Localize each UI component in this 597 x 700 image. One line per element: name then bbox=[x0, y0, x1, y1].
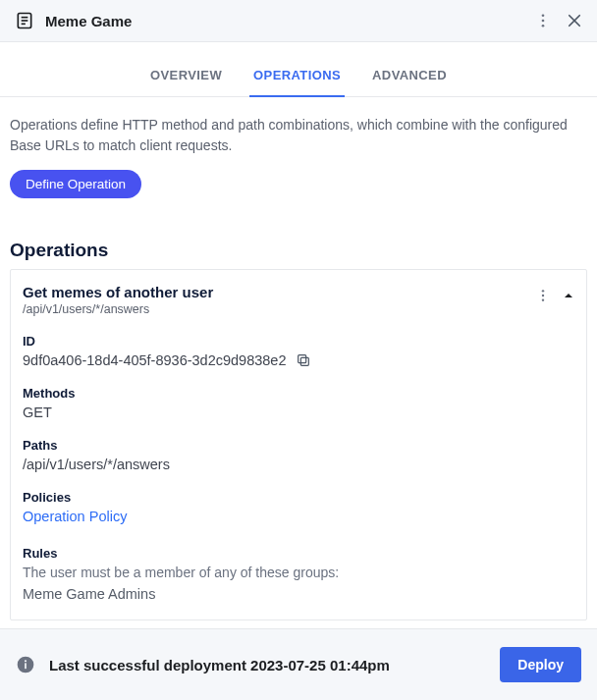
deployment-footer: Last successful deployment 2023-07-25 01… bbox=[0, 628, 597, 700]
collapse-icon[interactable] bbox=[563, 290, 574, 301]
page-title: Meme Game bbox=[45, 13, 132, 29]
paths-value: /api/v1/users/*/answers bbox=[23, 457, 574, 472]
operation-route: /api/v1/users/*/answers bbox=[23, 302, 213, 316]
define-operation-button[interactable]: Define Operation bbox=[10, 170, 141, 198]
copy-icon[interactable] bbox=[296, 352, 311, 368]
policies-label: Policies bbox=[23, 490, 574, 505]
id-label: ID bbox=[23, 334, 574, 349]
deploy-button[interactable]: Deploy bbox=[500, 647, 581, 682]
svg-point-10 bbox=[542, 295, 544, 296]
deployment-status: Last successful deployment 2023-07-25 01… bbox=[49, 657, 390, 673]
svg-point-4 bbox=[542, 14, 545, 17]
svg-rect-15 bbox=[25, 663, 27, 669]
main-content: Operations define HTTP method and path c… bbox=[0, 97, 597, 620]
document-icon bbox=[14, 10, 35, 31]
svg-point-6 bbox=[542, 25, 545, 27]
operation-card: Get memes of another user /api/v1/users/… bbox=[10, 269, 587, 620]
tab-advanced[interactable]: ADVANCED bbox=[368, 60, 451, 96]
panel-header: Meme Game bbox=[0, 0, 597, 42]
svg-point-11 bbox=[542, 298, 544, 300]
operation-title-block: Get memes of another user /api/v1/users/… bbox=[23, 284, 213, 316]
svg-point-5 bbox=[542, 20, 545, 23]
operation-title: Get memes of another user bbox=[23, 284, 213, 300]
paths-label: Paths bbox=[23, 438, 574, 453]
tab-overview[interactable]: OVERVIEW bbox=[146, 60, 226, 96]
operation-card-header: Get memes of another user /api/v1/users/… bbox=[23, 284, 574, 316]
kebab-menu-icon[interactable] bbox=[534, 12, 552, 29]
svg-rect-12 bbox=[301, 357, 309, 365]
kebab-menu-icon[interactable] bbox=[535, 288, 551, 303]
rules-label: Rules bbox=[23, 546, 574, 561]
methods-value: GET bbox=[23, 404, 574, 420]
tab-bar: OVERVIEW OPERATIONS ADVANCED bbox=[0, 42, 597, 97]
footer-left: Last successful deployment 2023-07-25 01… bbox=[16, 655, 390, 674]
intro-description: Operations define HTTP method and path c… bbox=[10, 115, 587, 156]
id-value: 9df0a406-18d4-405f-8936-3d2c9d9838e2 bbox=[23, 352, 286, 368]
close-icon[interactable] bbox=[566, 12, 583, 29]
info-icon bbox=[16, 655, 35, 674]
id-row: 9df0a406-18d4-405f-8936-3d2c9d9838e2 bbox=[23, 352, 574, 368]
tab-operations[interactable]: OPERATIONS bbox=[249, 60, 345, 96]
methods-label: Methods bbox=[23, 386, 574, 401]
operation-card-actions bbox=[535, 284, 574, 303]
svg-point-9 bbox=[542, 290, 544, 292]
rules-description: The user must be a member of any of thes… bbox=[23, 565, 574, 580]
header-actions bbox=[534, 12, 583, 29]
svg-rect-13 bbox=[298, 355, 306, 363]
svg-point-16 bbox=[25, 660, 27, 662]
operation-policy-link[interactable]: Operation Policy bbox=[23, 509, 574, 524]
rules-group: Meme Game Admins bbox=[23, 586, 574, 602]
header-left: Meme Game bbox=[14, 10, 132, 31]
operations-heading: Operations bbox=[10, 240, 587, 261]
